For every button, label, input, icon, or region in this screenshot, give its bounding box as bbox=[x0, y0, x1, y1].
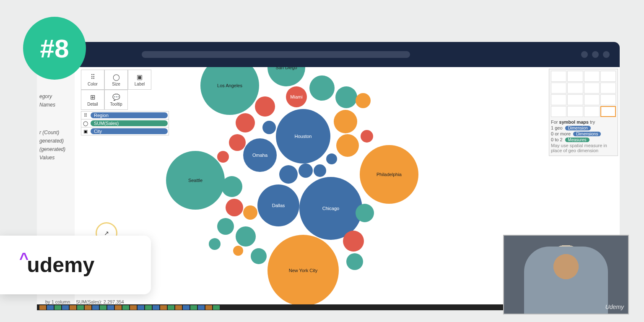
data-item[interactable]: egory bbox=[37, 92, 75, 101]
bubble[interactable] bbox=[346, 253, 363, 270]
bubble-la[interactable]: Los Angeles bbox=[200, 67, 259, 115]
showme-title: For symbol maps try bbox=[551, 119, 616, 125]
showme-req: 0 or more Dimensions bbox=[551, 131, 616, 136]
chart-type-packed-bubbles[interactable] bbox=[600, 106, 616, 117]
data-item[interactable]: (generated) bbox=[37, 145, 75, 153]
viz-canvas[interactable]: Los Angeles San Diego Miami Houston Omah… bbox=[146, 67, 544, 302]
chart-type[interactable] bbox=[584, 94, 600, 105]
marks-detail[interactable]: ⊞Detail bbox=[81, 90, 104, 110]
bubble[interactable] bbox=[335, 86, 357, 108]
bubble[interactable] bbox=[221, 176, 242, 197]
chart-type[interactable] bbox=[567, 106, 583, 117]
marks-color[interactable]: ⠿Color bbox=[81, 70, 104, 90]
address-bar[interactable] bbox=[142, 51, 410, 58]
chart-type[interactable] bbox=[567, 71, 583, 82]
bubble[interactable] bbox=[361, 130, 373, 143]
bubble[interactable] bbox=[262, 121, 276, 134]
brand-card: ^ udemy bbox=[0, 236, 151, 294]
label-icon: ▣ bbox=[81, 129, 90, 134]
detail-icon: ⊞ bbox=[89, 93, 96, 101]
bubble-hou[interactable]: Houston bbox=[276, 109, 330, 164]
tooltip-icon: 💬 bbox=[112, 93, 120, 101]
chart-type[interactable] bbox=[584, 106, 600, 117]
chart-type[interactable] bbox=[551, 106, 566, 117]
instructor-webcam: Udemy bbox=[503, 235, 629, 314]
bubble[interactable] bbox=[229, 134, 246, 151]
data-item[interactable]: r (Count) bbox=[37, 128, 75, 137]
chart-type-grid bbox=[551, 71, 616, 117]
chart-type[interactable] bbox=[584, 83, 600, 93]
chart-type[interactable] bbox=[551, 71, 566, 82]
bubble[interactable] bbox=[314, 164, 326, 177]
chart-type[interactable] bbox=[551, 83, 566, 93]
bubble[interactable] bbox=[236, 226, 256, 247]
bubble-dal[interactable]: Dallas bbox=[257, 184, 299, 226]
bubble[interactable] bbox=[334, 110, 357, 133]
status-bar: by 1 column SUM(Sales): 2.297.354 bbox=[37, 299, 124, 304]
size-icon: ◯ bbox=[81, 121, 90, 126]
bubble[interactable] bbox=[255, 96, 275, 117]
udemy-logo: ^ udemy bbox=[19, 253, 94, 277]
color-icon: ⠿ bbox=[89, 73, 96, 81]
bubble[interactable] bbox=[226, 199, 243, 216]
status-right: SUM(Sales): 2.297.354 bbox=[76, 299, 124, 304]
bubble[interactable] bbox=[336, 134, 359, 157]
showme-req: 0 to 2 Measures bbox=[551, 137, 616, 142]
udemy-hat-icon: ^ bbox=[19, 256, 29, 262]
chart-type[interactable] bbox=[600, 94, 616, 105]
browser-titlebar bbox=[37, 42, 620, 67]
window-dot[interactable] bbox=[581, 51, 588, 58]
bubble-oma[interactable]: Omaha bbox=[243, 138, 277, 172]
bubble[interactable] bbox=[356, 204, 374, 222]
bubble[interactable] bbox=[217, 151, 229, 163]
bubble-phi[interactable]: Philadelphia bbox=[360, 145, 418, 204]
window-dot[interactable] bbox=[603, 51, 610, 58]
data-item[interactable]: Values bbox=[37, 153, 75, 162]
bubble[interactable] bbox=[299, 164, 313, 178]
marks-tooltip[interactable]: 💬Tooltip bbox=[104, 90, 128, 110]
webcam-watermark: Udemy bbox=[605, 304, 624, 310]
chart-type[interactable] bbox=[584, 71, 600, 82]
bubble-nyc[interactable]: New York City bbox=[267, 235, 339, 306]
size-icon: ◯ bbox=[112, 73, 120, 81]
bubble[interactable] bbox=[343, 231, 364, 252]
rank-badge: #8 bbox=[23, 17, 86, 80]
bubble-sd[interactable]: San Diego bbox=[267, 67, 305, 86]
chart-type[interactable] bbox=[551, 94, 566, 105]
chart-type[interactable] bbox=[567, 94, 583, 105]
chart-type[interactable] bbox=[600, 71, 616, 82]
bubble[interactable] bbox=[233, 246, 243, 256]
data-item[interactable]: Names bbox=[37, 101, 75, 109]
showme-req: 1 geo Dimension bbox=[551, 125, 616, 130]
bubble[interactable] bbox=[326, 153, 337, 164]
window-dot[interactable] bbox=[592, 51, 599, 58]
data-item[interactable]: generated) bbox=[37, 137, 75, 145]
status-left: by 1 column bbox=[45, 299, 70, 304]
bubble[interactable] bbox=[217, 218, 234, 235]
label-icon: ▣ bbox=[136, 73, 143, 81]
bubble-mia[interactable]: Miami bbox=[286, 86, 307, 107]
bubble[interactable] bbox=[356, 93, 371, 108]
person-silhouette bbox=[524, 247, 608, 314]
showme-note: May use spatial measure in place of geo … bbox=[551, 143, 616, 153]
bubble[interactable] bbox=[209, 238, 221, 250]
window-controls bbox=[581, 51, 610, 58]
bubble-sea[interactable]: Seattle bbox=[166, 151, 225, 210]
chart-type[interactable] bbox=[567, 83, 583, 93]
udemy-text: udemy bbox=[27, 253, 94, 277]
bubble[interactable] bbox=[236, 113, 255, 132]
show-me-panel[interactable]: For symbol maps try 1 geo Dimension 0 or… bbox=[549, 69, 618, 156]
bubble[interactable] bbox=[243, 205, 257, 220]
color-icon: ⠿ bbox=[81, 113, 90, 118]
bubble[interactable] bbox=[309, 75, 335, 101]
marks-size[interactable]: ◯Size bbox=[104, 70, 128, 90]
chart-type[interactable] bbox=[600, 83, 616, 93]
bubble[interactable] bbox=[251, 248, 267, 264]
bubble[interactable] bbox=[279, 165, 298, 184]
